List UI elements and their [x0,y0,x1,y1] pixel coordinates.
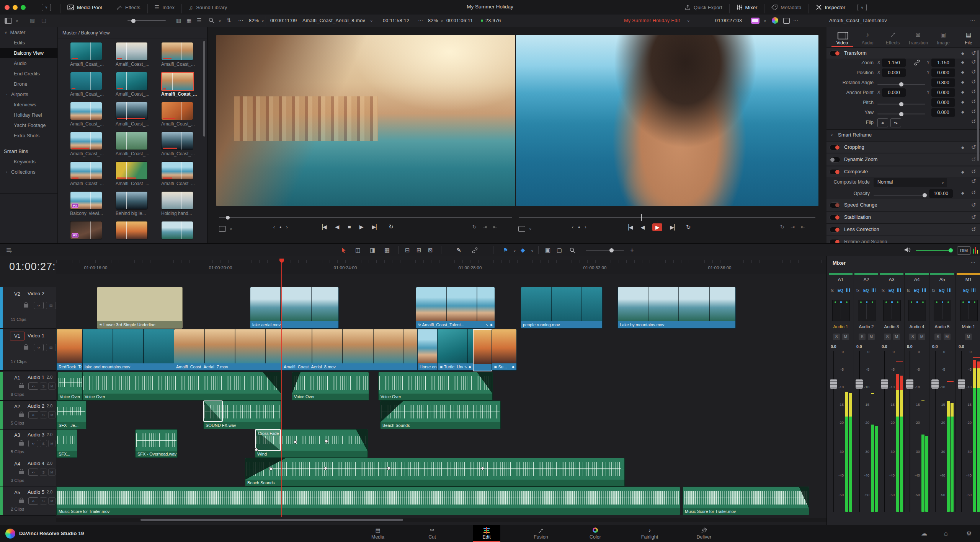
trim-edit-mode-tool[interactable]: ◫ [355,244,361,257]
mute-icon[interactable]: M [48,469,56,476]
media-clip-thumbnail[interactable] [70,132,102,150]
timeline-clip-audio[interactable]: Beach Sounds [245,458,625,487]
search-icon[interactable] [209,18,214,23]
goto-in-icon[interactable]: ⇤ [493,224,497,230]
channel-volume[interactable]: 0.0 [882,344,887,349]
channel-volume[interactable]: 0.0 [856,344,862,349]
timeline-clip-title[interactable]: ☀Lower 3rd Simple Underline [97,287,183,329]
flag-tool[interactable]: ⚑ [503,244,508,257]
tab-file[interactable]: ▤ File [956,30,980,47]
dynamics-icon[interactable] [846,288,850,292]
pan-control[interactable] [832,300,850,321]
keyframe-icon[interactable]: ◆ [961,60,964,64]
anchor-x-input[interactable]: 0.000 [882,88,906,97]
mute-button[interactable]: M [918,334,925,340]
cropping-toggle[interactable] [830,145,840,150]
index-button[interactable]: ☰ Index [148,0,181,15]
track-badge[interactable]: A2 [10,402,24,411]
timeline-clip-audio[interactable]: Voice Over [378,372,493,400]
keyframe-icon[interactable]: ◆ [961,100,964,104]
track-header-v1[interactable]: V1 Video 1 ‹› ▤ 17 Clips [0,329,56,371]
solo-icon[interactable]: S [40,469,47,476]
timeline-viewer-more-icon[interactable]: ⋯ [793,18,798,23]
tab-audio[interactable]: ♪ Audio [855,30,880,47]
collapse-panels-icon[interactable]: ∨ [42,4,51,11]
eq-button[interactable]: EQ [863,288,869,293]
media-clip-thumbnail[interactable] [161,191,193,210]
fader-track[interactable] [961,351,962,512]
jog-left-icon[interactable]: ‹ [273,225,275,230]
timeline-clip-audio[interactable]: Music Score for Trailer.mov [56,487,680,515]
bin-audio[interactable]: Audio [0,58,57,68]
eq-button[interactable]: EQ [939,288,944,293]
channel-badge[interactable]: A4 [905,277,929,282]
reset-icon[interactable]: ↺ [971,118,976,125]
lock-icon[interactable] [19,385,24,388]
solo-button[interactable]: S [884,334,891,340]
bin-interviews[interactable]: Interviews [0,99,57,110]
bin-keywords[interactable]: Keywords [0,156,57,167]
inspector-scrollbar[interactable] [977,50,979,161]
last-frame-button[interactable]: ▶▏ [670,224,678,230]
media-clip-thumbnail[interactable] [70,161,102,180]
track-name[interactable]: Audio 2 [28,403,44,409]
timeline-zoom-slider[interactable] [586,250,624,251]
page-color[interactable]: Color [581,525,609,542]
timeline-hscroll-thumb[interactable] [140,519,403,521]
sound-library-button[interactable]: ♫ Sound Library [182,0,234,15]
keyframe-icon[interactable]: ◆ [961,191,964,195]
reset-icon[interactable]: ↺ [971,98,976,105]
timeline-clip-audio[interactable]: Beach Sounds [380,400,501,429]
jog-right-icon[interactable]: › [286,225,287,230]
color-grade-icon[interactable] [772,17,778,24]
clone-tool-icon[interactable]: ▧ [30,18,35,23]
monitor-volume-slider[interactable] [916,250,952,251]
custom-zoom-icon[interactable]: ▣ [545,244,550,257]
fx-button[interactable]: fx [932,288,935,293]
fader-track[interactable] [910,351,910,512]
solo-button[interactable]: S [859,334,866,340]
timeline-clip-video[interactable]: lake aerial.mov [250,287,339,329]
timeline-clip-video[interactable]: ▣Su...◆ [492,329,517,371]
media-clip-thumbnail[interactable] [161,102,193,120]
loop-button[interactable]: ↻ [686,224,691,231]
inspector-toggle-button[interactable]: Inspector [809,0,852,15]
media-clip-thumbnail-selected[interactable] [161,72,194,91]
opacity-slider[interactable] [874,195,926,195]
dynamic-zoom-section[interactable]: Dynamic Zoom ↺ [826,154,980,165]
first-frame-button[interactable]: ▕◀ [318,224,327,230]
bin-extra-shots[interactable]: Extra Shots [0,130,57,141]
source-jog[interactable]: ‹●› [273,225,287,230]
play-button[interactable]: ▶ [359,224,364,230]
card-view-icon[interactable]: ▥ [176,18,181,23]
anchor-y-input[interactable]: 0.000 [931,88,955,97]
track-badge[interactable]: A1 [10,373,24,382]
track-name[interactable]: Audio 5 [28,489,44,495]
solo-icon[interactable]: S [40,440,47,447]
track-name[interactable]: Video 1 [28,333,44,339]
media-clip-thumbnail[interactable] [161,221,193,239]
keyframe-icon[interactable]: ◆ [961,51,964,55]
dynamics-icon[interactable] [972,288,976,292]
auto-select-icon[interactable]: ‹› [34,344,44,351]
loop-button[interactable]: ↻ [389,223,394,230]
marker-tool[interactable]: ◆ [521,244,525,257]
media-pool-more-icon[interactable]: ⋯ [238,18,243,23]
mute-button[interactable]: M [965,334,972,340]
dynamic-trim-mode-tool[interactable]: ◨ [370,244,375,257]
zoom-in-icon[interactable]: + [630,244,634,257]
media-clip-thumbnail[interactable] [116,102,148,120]
media-zoom-level[interactable]: 82% [249,18,259,23]
keyframe-dot[interactable] [255,448,258,451]
yaw-input[interactable]: 0.000 [931,108,955,117]
replace-clip-tool[interactable]: ⊠ [428,244,433,257]
keyframe-dot[interactable] [387,467,390,470]
flip-horizontal-button[interactable]: ◂▸ [877,118,888,127]
channel-name[interactable]: Audio 2 [854,324,879,329]
goto-in-icon[interactable]: ⇤ [801,224,805,230]
thumb-size-slider[interactable] [127,20,166,21]
media-zoom-chevron-icon[interactable]: ∨ [261,19,264,23]
channel-name[interactable]: Main 1 [956,324,980,329]
stabilization-toggle[interactable] [830,215,840,220]
solo-button[interactable]: S [934,334,941,340]
